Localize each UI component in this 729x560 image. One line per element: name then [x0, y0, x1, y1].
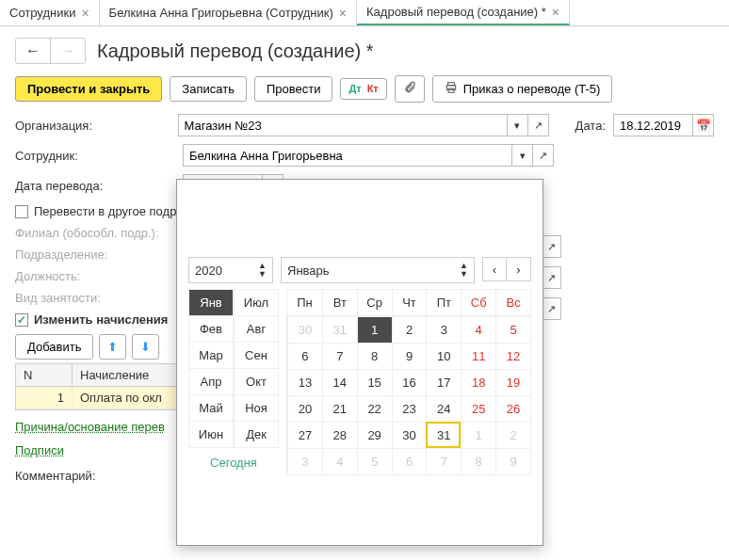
month-cell[interactable]: Мар	[188, 343, 234, 369]
day-cell[interactable]: 8	[461, 448, 495, 474]
attach-button[interactable]	[395, 75, 425, 103]
day-cell[interactable]: 30	[392, 422, 427, 448]
month-cell[interactable]: Июн	[188, 422, 234, 448]
paperclip-icon	[403, 81, 416, 97]
day-cell[interactable]: 31	[426, 422, 461, 448]
day-cell[interactable]: 14	[322, 369, 357, 395]
day-cell[interactable]: 9	[392, 343, 427, 369]
month-cell[interactable]: Апр	[188, 369, 234, 395]
day-cell[interactable]: 7	[426, 448, 461, 474]
forward-button[interactable]: →	[50, 39, 85, 63]
day-cell[interactable]: 19	[495, 369, 530, 395]
month-cell[interactable]: Май	[188, 395, 234, 422]
today-link[interactable]: Сегодня	[188, 448, 279, 477]
back-button[interactable]: ←	[16, 39, 50, 63]
day-cell[interactable]: 17	[426, 369, 461, 395]
print-order-label: Приказ о переводе (T-5)	[463, 82, 601, 96]
day-cell[interactable]: 10	[426, 343, 461, 369]
print-order-button[interactable]: Приказ о переводе (T-5)	[432, 75, 613, 103]
close-icon[interactable]: ×	[552, 5, 559, 20]
day-cell[interactable]: 28	[322, 422, 357, 448]
prev-month-button[interactable]: ‹	[482, 257, 507, 281]
add-row-button[interactable]: Добавить	[15, 334, 93, 360]
day-cell[interactable]: 18	[461, 369, 495, 395]
org-open-button[interactable]: ↗	[528, 114, 549, 136]
next-month-button[interactable]: ›	[507, 257, 531, 281]
month-cell[interactable]: Фев	[188, 316, 234, 343]
month-cell[interactable]: Авг	[234, 316, 279, 343]
move-down-button[interactable]: ⬇	[132, 334, 159, 360]
day-cell[interactable]: 31	[322, 316, 357, 343]
transfer-elsewhere-checkbox[interactable]	[15, 205, 28, 218]
employee-input[interactable]	[183, 144, 512, 167]
day-cell[interactable]: 23	[392, 395, 427, 422]
date-input[interactable]	[613, 114, 693, 136]
employee-dropdown-button[interactable]: ▾	[512, 144, 533, 167]
weekday-cell: Чт	[392, 290, 427, 315]
day-cell[interactable]: 4	[461, 316, 495, 343]
org-dropdown-button[interactable]: ▾	[508, 114, 528, 136]
weekday-cell: Сб	[461, 290, 495, 315]
division-open-button[interactable]: ↗	[541, 266, 561, 289]
day-cell[interactable]: 11	[461, 343, 495, 369]
employee-label: Сотрудник:	[15, 149, 175, 163]
branch-open-button[interactable]: ↗	[541, 235, 561, 258]
day-cell[interactable]: 13	[287, 369, 322, 395]
day-cell[interactable]: 5	[495, 316, 530, 343]
day-cell[interactable]: 12	[495, 343, 530, 369]
month-cell[interactable]: Окт	[234, 369, 279, 395]
day-cell[interactable]: 15	[357, 369, 392, 395]
change-accruals-checkbox[interactable]	[15, 313, 28, 327]
employee-open-button[interactable]: ↗	[533, 144, 554, 167]
post-button[interactable]: Провести	[254, 76, 333, 102]
position-open-button[interactable]: ↗	[541, 297, 561, 320]
day-cell[interactable]: 30	[287, 316, 322, 343]
day-cell[interactable]: 9	[495, 448, 530, 474]
move-up-button[interactable]: ⬆	[99, 334, 126, 360]
day-cell[interactable]: 2	[495, 422, 530, 448]
day-cell[interactable]: 25	[461, 395, 495, 422]
spinner-icon: ▲▼	[258, 262, 267, 279]
day-cell[interactable]: 7	[322, 343, 357, 369]
col-n-header[interactable]: N	[16, 364, 73, 386]
day-cell[interactable]: 5	[357, 448, 392, 474]
year-selector[interactable]: 2020 ▲▼	[188, 257, 273, 283]
month-cell[interactable]: Дек	[234, 422, 279, 448]
month-cell[interactable]: Сен	[234, 343, 279, 369]
day-cell[interactable]: 16	[392, 369, 427, 395]
day-cell[interactable]: 1	[357, 316, 392, 343]
close-icon[interactable]: ×	[81, 6, 89, 21]
org-input[interactable]	[178, 114, 508, 136]
day-cell[interactable]: 1	[461, 422, 495, 448]
day-cell[interactable]: 6	[287, 343, 322, 369]
day-cell[interactable]: 6	[392, 448, 427, 474]
close-icon[interactable]: ×	[339, 6, 347, 21]
tab[interactable]: Белкина Анна Григорьевна (Сотрудник)×	[100, 0, 357, 25]
branch-label: Филиал (обособл. подр.):	[15, 226, 175, 240]
month-cell[interactable]: Июл	[234, 290, 279, 316]
signatures-link[interactable]: Подписи	[15, 443, 64, 457]
month-cell[interactable]: Янв	[188, 290, 234, 316]
day-cell[interactable]: 24	[426, 395, 461, 422]
day-cell[interactable]: 4	[322, 448, 357, 474]
day-cell[interactable]: 8	[357, 343, 392, 369]
post-and-close-button[interactable]: Провести и закрыть	[15, 76, 162, 102]
day-cell[interactable]: 26	[495, 395, 530, 422]
day-cell[interactable]: 22	[357, 395, 392, 422]
day-cell[interactable]: 2	[392, 316, 427, 343]
tab[interactable]: Сотрудники×	[0, 0, 100, 25]
date-picker-button[interactable]: 📅	[693, 114, 714, 136]
day-cell[interactable]: 3	[426, 316, 461, 343]
day-cell[interactable]: 3	[287, 448, 322, 474]
month-cell[interactable]: Ноя	[234, 395, 279, 422]
day-cell[interactable]: 27	[287, 422, 322, 448]
tab[interactable]: Кадровый перевод (создание) *×	[357, 0, 570, 25]
day-cell[interactable]: 29	[357, 422, 392, 448]
day-cell[interactable]: 21	[322, 395, 357, 422]
transfer-elsewhere-label: Перевести в другое подраз	[34, 204, 188, 218]
month-selector[interactable]: Январь ▲▼	[281, 257, 475, 283]
save-button[interactable]: Записать	[170, 76, 247, 102]
day-cell[interactable]: 20	[287, 395, 322, 422]
dtkt-button[interactable]: ДтКт	[340, 78, 386, 100]
reason-link[interactable]: Причина/основание перев	[15, 420, 165, 434]
